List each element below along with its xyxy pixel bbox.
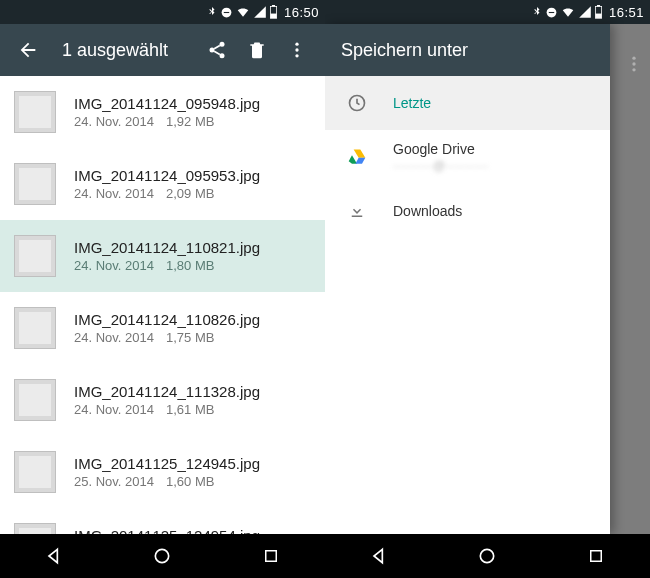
dnd-icon [220,6,233,19]
file-meta: 24. Nov. 20142,09 MB [74,186,260,201]
drawer-title: Speichern unter [341,40,468,61]
svg-point-7 [220,53,225,58]
file-name: IMG_20141125_124945.jpg [74,455,260,472]
battery-icon [269,5,278,19]
nav-home-button[interactable] [457,534,517,578]
file-item[interactable]: IMG_20141125_124954.jpg25. Nov. 20141,60… [0,508,325,534]
back-button[interactable] [8,30,48,70]
file-meta: 24. Nov. 20141,75 MB [74,330,260,345]
status-time: 16:50 [284,5,319,20]
nav-back-button[interactable] [349,534,409,578]
file-meta: 24. Nov. 20141,61 MB [74,402,260,417]
svg-rect-12 [266,551,277,562]
file-meta: 24. Nov. 20141,92 MB [74,114,260,129]
svg-rect-3 [272,5,275,7]
file-item[interactable]: IMG_20141124_110821.jpg24. Nov. 20141,80… [0,220,325,292]
app-bar-title: 1 ausgewählt [62,40,197,61]
drawer-item-google-drive[interactable]: Google Drive ············@············· [325,130,610,184]
file-name: IMG_20141125_124954.jpg [74,527,260,534]
nav-back-button[interactable] [24,534,84,578]
phone-body: Speichern unter Letzte Google Drive ····… [325,24,650,534]
download-icon [343,197,371,225]
overflow-button[interactable] [277,30,317,70]
svg-point-20 [632,68,635,71]
battery-icon [594,5,603,19]
drawer-item-label: Google Drive [393,141,489,157]
status-bar: 16:51 [325,0,650,24]
svg-point-8 [295,43,298,46]
svg-point-19 [632,62,635,65]
file-name: IMG_20141124_110821.jpg [74,239,260,256]
svg-point-18 [632,57,635,60]
svg-rect-16 [597,5,600,7]
nav-bar [0,534,325,578]
svg-rect-1 [224,11,229,12]
signal-icon [578,5,592,19]
drawer-header: Speichern unter [325,24,610,76]
svg-rect-14 [549,11,554,12]
file-item[interactable]: IMG_20141124_110826.jpg24. Nov. 20141,75… [0,292,325,364]
file-name: IMG_20141124_111328.jpg [74,383,260,400]
nav-bar [325,534,650,578]
delete-button[interactable] [237,30,277,70]
signal-icon [253,5,267,19]
drawer-item-downloads[interactable]: Downloads [325,184,610,238]
dnd-icon [545,6,558,19]
status-time: 16:51 [609,5,644,20]
app-bar: 1 ausgewählt [0,24,325,76]
thumbnail-icon [14,523,56,534]
file-meta: 25. Nov. 20141,60 MB [74,474,260,489]
file-item[interactable]: IMG_20141125_124945.jpg25. Nov. 20141,60… [0,436,325,508]
status-bar: 16:50 [0,0,325,24]
file-item[interactable]: IMG_20141124_095953.jpg24. Nov. 20142,09… [0,148,325,220]
wifi-icon [560,5,576,19]
phone-right: 16:51 Speichern unter Letzte Google Dri [325,0,650,578]
thumbnail-icon [14,235,56,277]
nav-recents-button[interactable] [566,534,626,578]
thumbnail-icon [14,307,56,349]
google-drive-icon [343,143,371,171]
svg-rect-4 [270,14,276,19]
file-name: IMG_20141124_095953.jpg [74,167,260,184]
overflow-button[interactable] [624,54,644,78]
svg-rect-24 [591,551,602,562]
file-name: IMG_20141124_095948.jpg [74,95,260,112]
bluetooth-icon [206,5,218,19]
svg-point-5 [220,42,225,47]
nav-recents-button[interactable] [241,534,301,578]
drawer-item-label: Downloads [393,203,462,219]
bluetooth-icon [531,5,543,19]
thumbnail-icon [14,451,56,493]
thumbnail-icon [14,379,56,421]
drawer-item-label: Letzte [393,95,431,111]
file-meta: 24. Nov. 20141,80 MB [74,258,260,273]
svg-point-11 [156,549,169,562]
nav-home-button[interactable] [132,534,192,578]
thumbnail-icon [14,163,56,205]
svg-point-10 [295,54,298,57]
thumbnail-icon [14,91,56,133]
file-item[interactable]: IMG_20141124_095948.jpg24. Nov. 20141,92… [0,76,325,148]
svg-point-23 [481,549,494,562]
file-name: IMG_20141124_110826.jpg [74,311,260,328]
svg-rect-22 [352,216,363,218]
share-button[interactable] [197,30,237,70]
file-item[interactable]: IMG_20141124_111328.jpg24. Nov. 20141,61… [0,364,325,436]
save-as-drawer: Speichern unter Letzte Google Drive ····… [325,24,610,534]
svg-point-9 [295,48,298,51]
phone-left: 16:50 1 ausgewählt IMG_20141124_095948.j… [0,0,325,578]
clock-icon [343,89,371,117]
drawer-item-recent[interactable]: Letzte [325,76,610,130]
svg-point-6 [210,48,215,53]
drawer-item-sublabel: ············@············· [393,159,489,173]
wifi-icon [235,5,251,19]
file-list[interactable]: IMG_20141124_095948.jpg24. Nov. 20141,92… [0,76,325,534]
svg-rect-17 [595,14,601,19]
